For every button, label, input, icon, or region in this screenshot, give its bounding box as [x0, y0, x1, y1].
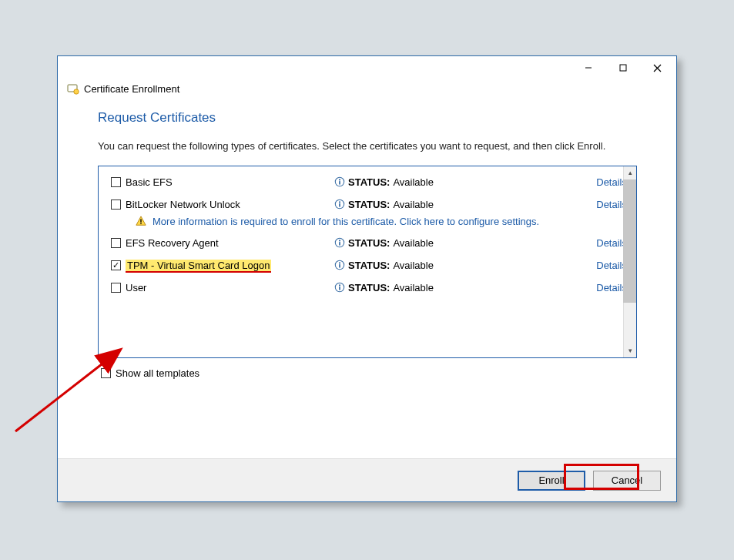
info-icon — [334, 260, 345, 270]
details-toggle[interactable]: Details ▾ — [550, 260, 635, 271]
status-cell: STATUS: Available — [334, 237, 550, 249]
svg-rect-14 — [140, 223, 141, 224]
wizard-content: Request Certificates You can request the… — [58, 102, 676, 379]
status-cell: STATUS: Available — [334, 260, 550, 271]
status-label: STATUS: — [348, 282, 390, 293]
scroll-up-arrow[interactable]: ▴ — [624, 166, 637, 179]
svg-point-16 — [339, 240, 340, 241]
minimize-button[interactable] — [571, 57, 605, 79]
svg-point-10 — [339, 201, 340, 203]
status-value: Available — [393, 282, 434, 293]
status-cell: STATUS: Available — [334, 199, 550, 210]
template-list: Basic EFS STATUS: AvailableDetails ▾BitL… — [98, 166, 637, 358]
template-checkbox[interactable] — [111, 260, 121, 270]
info-icon — [334, 176, 345, 187]
status-value: Available — [393, 176, 434, 188]
template-checkbox[interactable] — [111, 177, 121, 187]
template-name-cell: BitLocker Network Unlock — [111, 199, 334, 210]
template-name[interactable]: TPM - Virtual Smart Card Logon — [126, 260, 271, 271]
enrollment-warning-link[interactable]: More information is required to enroll f… — [99, 216, 623, 232]
certificate-icon — [67, 82, 79, 95]
window-controls — [571, 57, 675, 79]
wizard-title: Certificate Enrollment — [84, 83, 179, 95]
status-value: Available — [393, 199, 434, 210]
svg-point-7 — [339, 179, 340, 180]
page-heading: Request Certificates — [98, 110, 636, 126]
close-button[interactable] — [640, 57, 675, 79]
template-row: EFS Recovery Agent STATUS: AvailableDeta… — [99, 232, 623, 254]
status-label: STATUS: — [348, 237, 390, 249]
status-label: STATUS: — [348, 176, 390, 188]
template-name-cell: Basic EFS — [111, 176, 334, 188]
template-name-cell: TPM - Virtual Smart Card Logon — [111, 260, 334, 271]
svg-point-22 — [339, 284, 340, 286]
info-icon — [334, 237, 345, 248]
status-cell: STATUS: Available — [334, 282, 550, 293]
wizard-header: Certificate Enrollment — [58, 79, 676, 102]
vertical-scrollbar[interactable]: ▴ ▾ — [623, 166, 636, 357]
template-name-cell: User — [111, 282, 334, 293]
svg-rect-11 — [339, 203, 340, 206]
template-row: TPM - Virtual Smart Card Logon STATUS: A… — [99, 254, 623, 277]
warning-text: More information is required to enroll f… — [152, 216, 539, 227]
scroll-down-arrow[interactable]: ▾ — [624, 344, 637, 357]
cancel-button[interactable]: Cancel — [593, 471, 661, 491]
svg-rect-17 — [339, 242, 340, 245]
show-all-templates-row: Show all templates — [98, 358, 636, 379]
show-all-label: Show all templates — [116, 367, 199, 379]
show-all-checkbox[interactable] — [101, 368, 111, 378]
template-row: User STATUS: AvailableDetails ▾ — [99, 277, 623, 299]
status-label: STATUS: — [348, 260, 390, 271]
template-name[interactable]: Basic EFS — [126, 176, 173, 188]
svg-rect-1 — [620, 65, 626, 71]
template-row: BitLocker Network Unlock STATUS: Availab… — [99, 193, 623, 216]
status-label: STATUS: — [348, 199, 390, 210]
svg-point-19 — [339, 262, 340, 263]
status-value: Available — [393, 237, 434, 249]
maximize-button[interactable] — [605, 57, 640, 79]
info-icon — [334, 282, 345, 293]
info-icon — [334, 199, 345, 210]
page-instructions: You can request the following types of c… — [98, 139, 636, 153]
certificate-enrollment-window: Certificate Enrollment Request Certifica… — [57, 55, 677, 502]
details-toggle[interactable]: Details ▾ — [550, 199, 635, 210]
svg-rect-8 — [339, 181, 340, 184]
template-name[interactable]: User — [126, 282, 146, 293]
template-checkbox[interactable] — [111, 283, 121, 293]
scroll-thumb[interactable] — [623, 179, 636, 303]
svg-rect-13 — [140, 219, 141, 222]
enroll-button[interactable]: Enroll — [518, 471, 585, 491]
template-checkbox[interactable] — [111, 238, 121, 248]
details-toggle[interactable]: Details ▾ — [550, 176, 635, 188]
template-name[interactable]: BitLocker Network Unlock — [126, 199, 240, 210]
annotation-underline — [126, 271, 271, 273]
status-cell: STATUS: Available — [334, 176, 550, 188]
status-value: Available — [393, 260, 434, 271]
template-row: Basic EFS STATUS: AvailableDetails ▾ — [99, 171, 623, 193]
template-list-body: Basic EFS STATUS: AvailableDetails ▾BitL… — [99, 166, 623, 357]
warning-icon — [136, 216, 146, 226]
template-name[interactable]: EFS Recovery Agent — [126, 237, 219, 249]
template-checkbox[interactable] — [111, 200, 121, 210]
titlebar — [58, 56, 676, 79]
wizard-footer: Enroll Cancel — [58, 458, 676, 501]
details-toggle[interactable]: Details ▾ — [550, 282, 635, 293]
svg-rect-23 — [339, 287, 340, 290]
template-name-cell: EFS Recovery Agent — [111, 237, 334, 249]
svg-point-5 — [74, 89, 79, 94]
svg-rect-20 — [339, 264, 340, 267]
details-toggle[interactable]: Details ▾ — [550, 237, 635, 249]
